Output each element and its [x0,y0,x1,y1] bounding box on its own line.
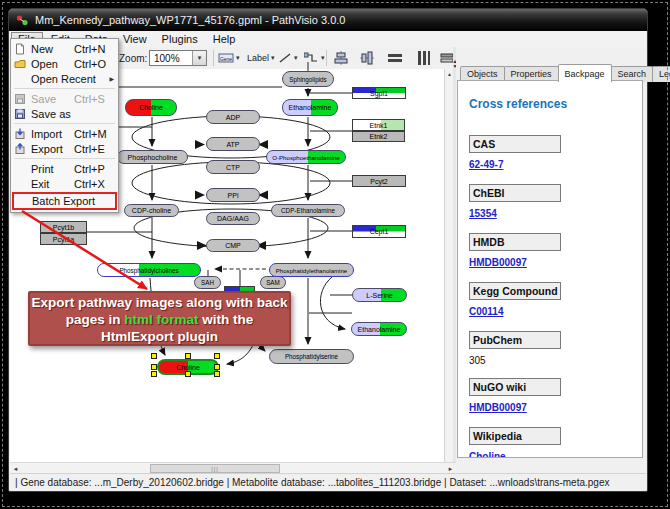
chevron-down-icon[interactable]: ▾ [321,54,325,62]
node-pcyt1b[interactable]: Pcyt1b [40,221,87,233]
file-menu-exit[interactable]: Exit Ctrl+X [11,176,118,191]
selection-handle[interactable] [214,364,220,370]
chevron-down-icon[interactable]: ▾ [294,54,298,62]
node-ppi[interactable]: PPi [206,188,260,202]
toolbar-separator [213,50,214,66]
node-adp[interactable]: ADP [206,110,260,124]
node-ethanolamine-lower[interactable]: Ethanolamine [351,322,407,336]
file-menu-import-shortcut: Ctrl+M [74,128,114,140]
scrollbar-thumb[interactable]: ||| [150,464,280,473]
connector-tool-button[interactable]: ▾ [304,49,325,67]
node-dag-aag[interactable]: DAG/AAG [206,212,260,225]
xref-link-hmdb[interactable]: HMDB00097 [469,257,527,268]
file-menu-save-label: Save [31,93,74,105]
node-choline-top[interactable]: Choline [125,99,177,116]
xref-link-wikipedia[interactable]: Choline [469,451,506,458]
node-o-phosphoethanolamine[interactable]: O-Phosphoethanolamine [266,150,346,164]
zoom-combobox[interactable]: 100% ▾ [149,50,207,66]
selection-handle[interactable] [214,371,220,377]
window-title: Mm_Kennedy_pathway_WP1771_45176.gpml - P… [35,14,345,26]
tab-legend[interactable]: Legend [652,66,670,82]
node-cept1[interactable]: Cept1 [352,225,406,238]
distribute-horizontal-button[interactable] [386,50,403,66]
file-menu-print[interactable]: Print Ctrl+P [11,161,118,176]
file-menu-save[interactable]: Save Ctrl+S [11,91,118,106]
distribute-horizontal-icon [388,51,402,65]
align-center-horizontal-button[interactable] [332,50,349,66]
file-menu-new-label: New [31,43,74,55]
xref-value-pubchem: 305 [469,355,642,366]
file-menu-batch-export[interactable]: Batch Export [12,192,117,210]
tab-backpage[interactable]: Backpage [558,64,612,82]
file-menu-save-as[interactable]: Save as [11,106,118,121]
node-ethanolamine-top[interactable]: Ethanolamine [282,99,338,116]
scroll-up-icon[interactable]: ▲ [446,71,453,77]
xref-link-chebi[interactable]: 15354 [469,208,497,219]
node-cdp-choline[interactable]: CDP-choline [124,204,179,217]
import-icon [14,128,31,140]
node-pcyt2[interactable]: Pcyt2 [352,175,406,187]
file-menu-new[interactable]: New Ctrl+N [11,41,118,56]
node-phosphatidylethanolamine[interactable]: Phosphatidylethanolamine [269,263,354,277]
selection-handle[interactable] [151,371,157,377]
node-pcyt1a[interactable]: Pcyt1a [40,233,87,245]
menu-separator [14,158,115,159]
file-menu-exit-shortcut: Ctrl+X [74,178,114,190]
export-icon [14,143,31,155]
status-bar: | Gene database: ...m_Derby_20120602.bri… [10,473,646,491]
title-bar[interactable]: Mm_Kennedy_pathway_WP1771_45176.gpml - P… [9,9,647,31]
node-sphingolipids[interactable]: Sphingolipids [282,71,334,87]
xref-header-pubchem: PubChem [469,331,561,349]
line-tool-button[interactable]: ▾ [278,49,298,67]
node-ctp[interactable]: CTP [206,160,260,174]
backpage-panel: Cross references CAS 62-49-7 ChEBI 15354… [457,80,643,458]
node-sah[interactable]: SAH [194,276,221,289]
file-menu-open[interactable]: Open Ctrl+O [11,56,118,71]
label-tool-text: Label [247,53,269,63]
file-menu-open-recent[interactable]: Open Recent ▶ [11,71,118,86]
node-phosphatidylcholines[interactable]: Phosphatidylcholines [97,263,201,277]
blank-icon [14,73,31,85]
file-menu-export[interactable]: Export Ctrl+E [11,141,118,156]
menu-separator [14,88,115,89]
xref-link-cas[interactable]: 62-49-7 [469,159,503,170]
xref-header-kegg: Kegg Compound [469,282,561,300]
node-etnk2[interactable]: Etnk2 [352,131,405,142]
screenshot-frame: Mm_Kennedy_pathway_WP1771_45176.gpml - P… [0,0,670,509]
file-menu-batch-export-label: Batch Export [32,195,113,207]
selection-handle[interactable] [214,353,220,359]
node-l-serine[interactable]: L-Serine [352,288,407,302]
align-center-vertical-button[interactable] [358,50,375,66]
file-menu-open-label: Open [31,58,74,70]
node-phosphocholine[interactable]: Phosphocholine [117,150,188,164]
menu-plugins[interactable]: Plugins [155,32,205,46]
callout-line3: HtmlExport plugin [101,329,218,344]
file-menu-import[interactable]: Import Ctrl+M [11,126,118,141]
gene-datanode-button[interactable]: Gene ▾ [218,49,240,67]
save-floppy-icon [14,93,31,105]
node-sgpl1[interactable]: Sgpl1 [352,87,406,99]
app-icon [16,14,29,27]
node-atp[interactable]: ATP [206,137,260,151]
node-etnk1[interactable]: Etnk1 [352,119,405,131]
xref-link-kegg[interactable]: C00114 [469,306,503,317]
menu-view[interactable]: View [116,32,154,46]
menu-help[interactable]: Help [206,32,243,46]
label-tool-button[interactable]: Label ▾ [247,49,275,67]
selection-handle[interactable] [151,364,157,370]
node-sam[interactable]: SAM [260,276,286,289]
chevron-down-icon[interactable]: ▾ [271,54,275,62]
file-menu-exit-label: Exit [31,178,74,190]
callout-highlight: html format [124,312,198,327]
file-menu-save-shortcut: Ctrl+S [74,93,114,105]
node-cdp-ethanolamine[interactable]: CDP-Ethanolamine [271,204,345,217]
selection-handle[interactable] [185,371,191,377]
node-cmp[interactable]: CMP [206,239,260,252]
selection-handle[interactable] [151,353,157,359]
chevron-down-icon[interactable]: ▾ [236,54,240,62]
node-phosphatidylserine[interactable]: Phosphatidylserine [269,349,354,364]
selection-handle[interactable] [185,353,191,359]
chevron-down-icon[interactable]: ▾ [192,51,206,65]
distribute-vertical-button[interactable] [414,50,431,66]
xref-link-nugo[interactable]: HMDB00097 [469,402,527,413]
